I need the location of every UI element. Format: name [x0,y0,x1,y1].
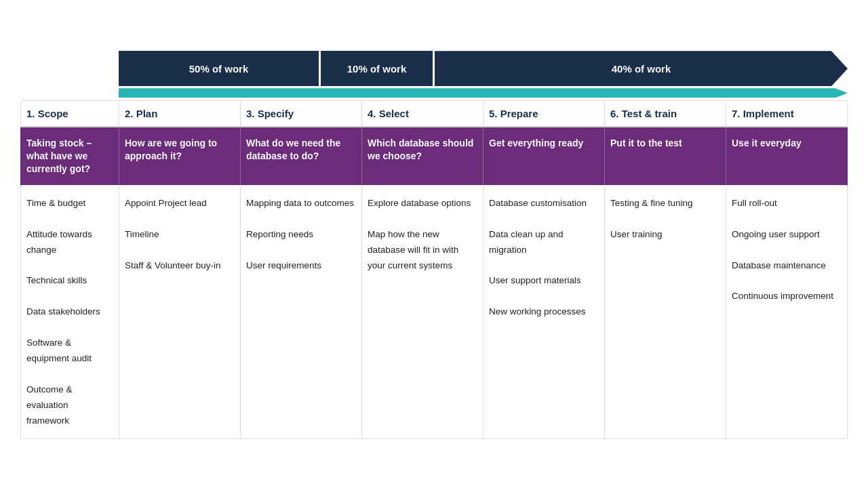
header-scope: 1. Scope [21,101,119,126]
description-row: Taking stock – what have we currently go… [20,127,848,186]
header-implement: 7. Implement [726,101,847,126]
desc-specify: What do we need the database to do? [241,127,362,185]
details-specify: Mapping data to outcomes Reporting needs… [241,186,362,439]
desc-plan: How are we going to approach it? [119,127,241,185]
header-specify: 3. Specify [241,101,362,126]
desc-scope: Taking stock – what have we currently go… [21,127,119,185]
header-test: 6. Test & train [605,101,726,126]
details-plan: Appoint Project lead Timeline Staff & Vo… [119,186,241,439]
banner-seg3: 40% of work [435,51,848,86]
details-row: Time & budget Attitude towards change Te… [20,186,848,439]
banner-seg2: 10% of work [321,51,433,86]
details-select: Explore database options Map how the new… [362,186,484,439]
header-select: 4. Select [362,101,484,126]
details-scope: Time & budget Attitude towards change Te… [21,186,119,439]
header-plan: 2. Plan [119,101,241,126]
details-implement: Full roll-out Ongoing user support Datab… [726,186,847,439]
header-prepare: 5. Prepare [484,101,605,126]
details-prepare: Database customisation Data clean up and… [484,186,605,439]
main-container: 50% of work 10% of work 40% of work 1. S… [20,49,848,439]
desc-test: Put it to the test [605,127,726,185]
details-test: Testing & fine tuning User training [605,186,726,439]
desc-prepare: Get everything ready [484,127,605,185]
header-row: 1. Scope 2. Plan 3. Specify 4. Select 5.… [20,100,848,127]
teal-arrow-container [20,88,848,98]
desc-implement: Use it everyday [726,127,847,185]
teal-arrow [119,88,848,98]
desc-select: Which database should we choose? [362,127,484,185]
banner-seg1: 50% of work [119,51,319,86]
